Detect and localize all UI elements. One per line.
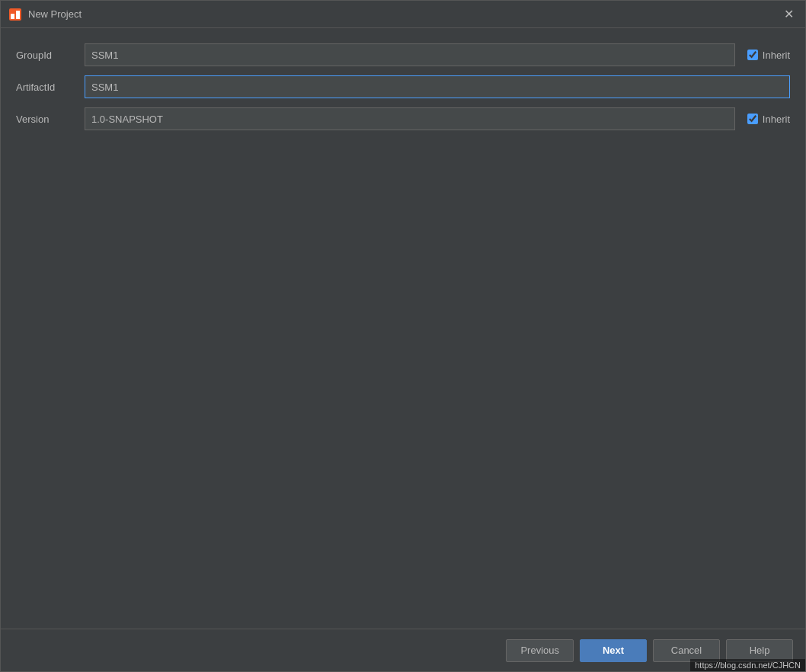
groupid-input[interactable]: [85, 43, 735, 66]
content-spacer: [16, 139, 790, 613]
close-button[interactable]: ✕: [779, 5, 798, 24]
dialog-title: New Project: [28, 8, 82, 20]
cancel-button[interactable]: Cancel: [653, 639, 720, 662]
next-button[interactable]: Next: [580, 639, 647, 662]
artifactid-input[interactable]: [85, 75, 790, 98]
groupid-inherit-checkbox[interactable]: [747, 50, 758, 60]
project-icon: [8, 8, 22, 21]
groupid-label: GroupId: [16, 50, 77, 61]
version-inherit-checkbox[interactable]: [747, 114, 758, 124]
svg-rect-1: [11, 14, 14, 19]
groupid-inherit-wrapper: Inherit: [747, 50, 790, 61]
artifactid-label: ArtifactId: [16, 82, 77, 93]
artifactid-row: ArtifactId: [16, 75, 790, 98]
previous-button[interactable]: Previous: [506, 639, 574, 662]
footer: Previous Next Cancel Help https://blog.c…: [1, 629, 805, 671]
title-bar-left: New Project: [8, 8, 82, 21]
form-content: GroupId Inherit ArtifactId Version Inher…: [1, 28, 805, 629]
new-project-dialog: New Project ✕ GroupId Inherit ArtifactId…: [0, 0, 806, 672]
title-bar: New Project ✕: [1, 1, 805, 28]
version-input[interactable]: [85, 107, 735, 130]
version-inherit-label[interactable]: Inherit: [763, 114, 790, 125]
svg-rect-2: [16, 11, 20, 19]
version-inherit-wrapper: Inherit: [747, 114, 790, 125]
help-button[interactable]: Help: [726, 639, 793, 662]
version-label: Version: [16, 114, 77, 125]
groupid-inherit-label[interactable]: Inherit: [763, 50, 790, 61]
watermark: https://blog.csdn.net/CJHCN: [690, 659, 805, 671]
version-row: Version Inherit: [16, 107, 790, 130]
groupid-row: GroupId Inherit: [16, 43, 790, 66]
